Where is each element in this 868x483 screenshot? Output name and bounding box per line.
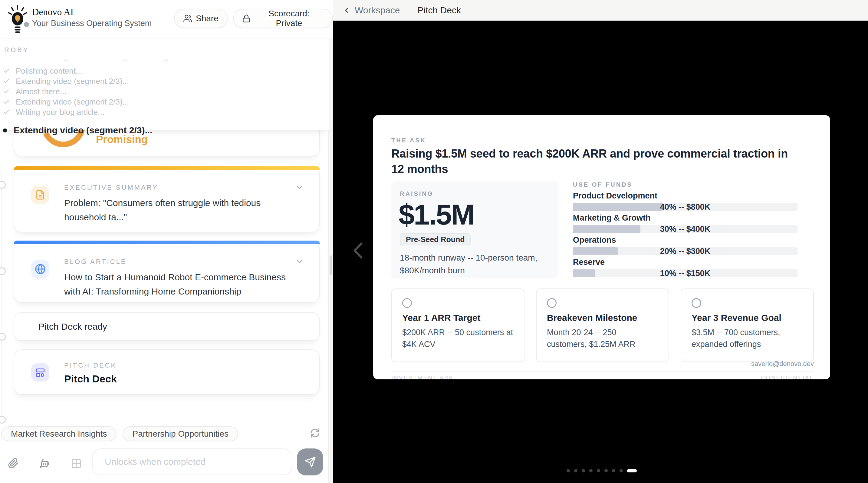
fund-bar: 20% -- $300K (573, 247, 798, 255)
circle-icon (547, 298, 557, 308)
scorecard-label: Scorecard: Private (254, 9, 324, 28)
roby-step-label: Extending video (segment 2/3)... (16, 77, 129, 86)
paperclip-icon[interactable] (8, 458, 19, 469)
roby-step: Writing your blog article... (0, 107, 329, 117)
suggestion-chip[interactable]: Partnership Opportunities (123, 426, 238, 441)
previous-slide-button[interactable] (350, 240, 366, 261)
milestone-body: Month 20-24 -- 250 customers, $1.25M ARR (547, 326, 658, 350)
pagination-dot[interactable] (582, 469, 585, 473)
timeline-node (0, 416, 6, 424)
pagination-dot[interactable] (604, 469, 608, 473)
roby-step-label: Writing your blog article... (16, 108, 104, 117)
layout-icon (31, 363, 49, 381)
use-of-funds: USE OF FUNDS Product Development 40% -- … (573, 181, 798, 280)
check-icon (3, 78, 10, 85)
roby-step-label: Polishing content... (16, 66, 82, 76)
use-of-funds-label: USE OF FUNDS (573, 181, 798, 188)
milestone-body: $3.5M -- 700 customers, expanded offerin… (691, 326, 803, 350)
roby-steps: Polishing content... Extending video (se… (0, 59, 329, 136)
pitch-deck-card[interactable]: PITCH DECK Pitch Deck (13, 349, 320, 395)
refresh-icon[interactable] (310, 428, 320, 438)
chevron-down-icon[interactable] (295, 183, 304, 192)
grid-icon[interactable] (71, 458, 82, 469)
workspace-back[interactable]: Workspace (343, 5, 400, 16)
blue-accent-bar (13, 240, 320, 244)
pagination-dot[interactable] (566, 469, 570, 473)
workspace-title: Pitch Deck (417, 5, 461, 16)
roby-step: Almost there... (0, 86, 329, 97)
check-icon (3, 67, 10, 74)
status-text: Pitch Deck ready (38, 321, 107, 332)
executive-summary-card[interactable]: EXECUTIVE SUMMARY Problem: "Consumers of… (13, 166, 320, 232)
robot-chat-icon[interactable] (39, 458, 51, 469)
check-icon (3, 88, 10, 95)
pitch-deck-ready-card[interactable]: Pitch Deck ready (13, 312, 320, 341)
document-icon (31, 186, 49, 204)
send-icon (305, 456, 316, 468)
roby-label: ROBY (4, 46, 29, 54)
lock-icon (242, 14, 251, 23)
share-button[interactable]: Share (174, 9, 227, 28)
check-icon (3, 109, 10, 115)
scorecard-button[interactable]: Scorecard: Private (233, 9, 333, 28)
milestone-title: Year 3 Revenue Goal (691, 313, 803, 323)
card-body: Problem: "Consumers often struggle with … (64, 196, 303, 224)
roby-status-panel: ROBY Polishing content... Extending vide… (0, 38, 329, 130)
roby-current-step: Extending video (segment 2/3)... (0, 125, 329, 136)
fund-bar: 30% -- $400K (573, 225, 798, 233)
fund-value: 40% -- $800K (573, 203, 798, 211)
pagination-dot[interactable] (574, 469, 578, 473)
round-badge: Pre-Seed Round (400, 233, 471, 246)
message-input[interactable] (92, 449, 292, 475)
suggestion-chip[interactable]: Market Research Insights (1, 426, 117, 441)
circle-icon (402, 298, 412, 308)
milestone-card: Breakeven Milestone Month 20-24 -- 250 c… (536, 288, 669, 362)
amber-accent-bar (13, 166, 320, 170)
timeline-line (1, 170, 1, 421)
pitch-deck-title: Pitch Deck (64, 373, 117, 385)
clipped-step-fragment (0, 59, 329, 66)
contact-email: saverio@denovo.dev (751, 360, 814, 368)
card-label: BLOG ARTICLE (64, 258, 127, 266)
timeline-node (0, 181, 6, 189)
circle-icon (691, 298, 701, 308)
workspace-panel: Workspace Pitch Deck THE ASK Raising $1.… (333, 0, 868, 483)
scrollbar-thumb[interactable] (330, 255, 332, 275)
share-label: Share (196, 13, 218, 23)
back-label: Workspace (355, 5, 400, 16)
pagination-dot[interactable] (597, 469, 600, 473)
milestone-title: Breakeven Milestone (547, 313, 658, 323)
pagination-dot[interactable] (589, 469, 593, 473)
globe-icon (31, 260, 49, 278)
slide-headline: Raising $1.5M seed to reach $200K ARR an… (391, 146, 794, 177)
fund-bar: 40% -- $800K (573, 203, 798, 211)
fund-value: 20% -- $300K (573, 247, 798, 255)
raising-label: RAISING (400, 190, 433, 197)
app-name: Denovo AI (32, 7, 73, 18)
milestone-cards: Year 1 ARR Target $200K ARR -- 50 custom… (391, 288, 814, 362)
app-root: Promising EXECUTIVE SUMMARY Problem: "Co… (0, 0, 868, 483)
milestone-card: Year 3 Revenue Goal $3.5M -- 700 custome… (681, 288, 814, 362)
pitch-deck-slide: THE ASK Raising $1.5M seed to reach $200… (373, 115, 830, 379)
pagination-dot-active[interactable] (627, 469, 637, 473)
pagination-dot[interactable] (620, 469, 623, 473)
blog-article-card[interactable]: BLOG ARTICLE How to Start a Humanoid Rob… (13, 240, 320, 303)
status-dot (24, 22, 29, 27)
chevron-down-icon[interactable] (295, 257, 304, 266)
send-button[interactable] (297, 449, 323, 476)
roby-step-label: Extending video (segment 2/3)... (16, 97, 129, 107)
raising-card: RAISING $1.5M Pre-Seed Round 18-month ru… (391, 181, 558, 278)
timeline-node (0, 333, 6, 341)
roby-step-label: Almost there... (16, 87, 67, 96)
chevron-left-icon (343, 6, 350, 14)
panel-edge (329, 0, 333, 483)
roby-current-label: Extending video (segment 2/3)... (13, 125, 152, 136)
pagination (373, 469, 830, 473)
raising-note: 18-month runway -- 10-person team, $80K/… (400, 252, 545, 277)
roby-step: Polishing content... (0, 66, 329, 76)
card-label: PITCH DECK (64, 362, 117, 369)
slide-footer-right: CONFIDENTIAL (761, 374, 814, 379)
fund-bar: 10% -- $150K (573, 269, 798, 277)
fund-name: Product Development (573, 192, 798, 200)
pagination-dot[interactable] (612, 469, 615, 473)
